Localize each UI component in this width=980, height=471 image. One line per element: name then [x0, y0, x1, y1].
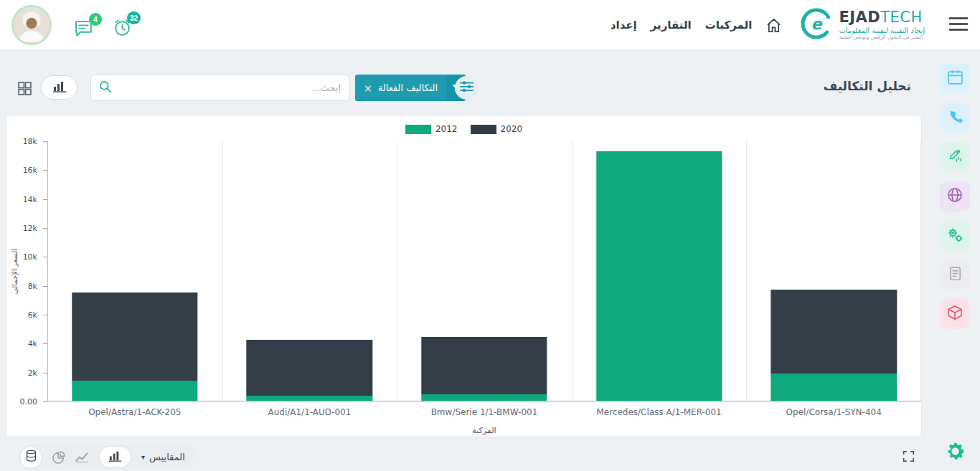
y-tick-label: 16k [23, 166, 37, 175]
chart-view-button[interactable] [41, 75, 77, 100]
bar-chart-icon [108, 450, 122, 464]
stacked-bar [596, 141, 722, 401]
y-tick-label: 0.00 [20, 397, 38, 406]
page-title: تحليل التكاليف [823, 79, 911, 93]
top-nav: إعداد التقارير المركبات e EJADTECH إيجاد… [611, 0, 969, 50]
legend-label: 2020 [501, 124, 523, 134]
y-tick-label: 18k [23, 137, 37, 146]
bar-segment-2012[interactable] [596, 151, 722, 401]
chart-options-button[interactable] [455, 76, 479, 100]
bar-segment-2012[interactable] [771, 374, 897, 401]
gears-icon [947, 227, 963, 245]
user-avatar[interactable] [11, 5, 52, 45]
plot-area [47, 141, 921, 401]
nav-item-reports[interactable]: التقارير [651, 19, 692, 32]
sidebar-item-settings[interactable] [940, 437, 970, 467]
y-tick-mark [43, 401, 47, 402]
car-wash-icon [948, 148, 963, 166]
legend-label: 2012 [435, 124, 458, 134]
y-tick-label: 8k [28, 281, 37, 290]
stacked-bar [72, 141, 197, 401]
package-icon [947, 305, 963, 323]
logo-mark-icon: e [800, 7, 833, 43]
grid-icon [17, 87, 32, 98]
y-tick-label: 14k [23, 194, 37, 204]
search-box [90, 75, 350, 101]
stacked-bar [771, 141, 897, 401]
y-tick-label: 10k [23, 252, 37, 262]
bar-segment-2012[interactable] [72, 381, 197, 401]
legend-item[interactable]: 2012 [405, 124, 458, 134]
legend-swatch [405, 125, 431, 134]
x-axis-label: Audi/A1/1-AUD-001 [222, 407, 397, 417]
alerts-button[interactable]: 32 [113, 18, 132, 39]
chip-remove-icon[interactable]: × [355, 83, 378, 93]
nav-item-settings[interactable]: إعداد [611, 19, 637, 32]
logo-text: EJADTECH إيجاد التقنية لتقنية المعلومات … [839, 9, 925, 41]
globe-icon [947, 187, 963, 206]
home-icon[interactable] [765, 18, 782, 33]
hamburger-menu-icon[interactable] [948, 16, 969, 34]
bar-group [222, 141, 397, 401]
x-axis-label: Opel/Astra/1-ACK-205 [47, 407, 222, 417]
chat-bubble-icon [74, 29, 93, 39]
x-axis-label: Bmw/Serie 1/1-BMW-001 [397, 407, 572, 417]
bar-segment-2020[interactable] [421, 337, 547, 394]
stacked-bar [421, 141, 547, 401]
logo-secondary: TECH [880, 9, 923, 26]
sidebar-item-reports[interactable] [940, 260, 970, 290]
x-axis-title: المركبة [47, 426, 921, 435]
app-logo[interactable]: e EJADTECH إيجاد التقنية لتقنية المعلوما… [800, 7, 925, 43]
table-view-button[interactable] [17, 81, 32, 98]
legend-item[interactable]: 2020 [471, 124, 523, 134]
x-axis-label: Opel/Corsa/1-SYN-404 [746, 407, 921, 417]
fullscreen-icon [903, 454, 915, 465]
x-axis-label: Mercedes/Class A/1-MER-001 [572, 407, 747, 417]
bar-chart-icon [52, 80, 67, 95]
bar-group [397, 141, 572, 401]
sidebar-item-car-wash[interactable] [940, 142, 970, 172]
bar-chart-type-button[interactable] [99, 446, 131, 468]
messages-button[interactable]: 4 [74, 19, 93, 39]
pie-chart-icon [52, 451, 65, 464]
sidebar-item-operations[interactable] [940, 221, 970, 251]
sidebar-item-calendar[interactable] [940, 63, 970, 93]
y-tick-label: 6k [28, 310, 37, 320]
sidebar-item-inventory[interactable] [940, 299, 970, 329]
filter-chip-label: التكاليف الفعالة [378, 82, 446, 93]
logo-subtagline: التميز في التحول الرقمي وتوطين التقنية [839, 35, 925, 41]
sidebar-item-calls[interactable] [940, 103, 970, 133]
chart-card: 20122020 السعر الإجمالي 18k16k14k12k10k8… [6, 115, 922, 437]
bar-segment-2012[interactable] [247, 396, 372, 401]
alerts-badge: 32 [127, 11, 141, 24]
data-table-button[interactable] [19, 446, 42, 469]
chart-type-toolbar: ▾ المقاييس [17, 444, 199, 470]
search-input[interactable] [118, 82, 341, 93]
reports-icon [948, 266, 963, 284]
y-tick-label: 4k [28, 339, 37, 348]
pie-chart-button[interactable] [52, 451, 65, 464]
sidebar-item-network[interactable] [940, 181, 970, 211]
bar-segment-2020[interactable] [771, 290, 897, 374]
y-axis-ticks: 18k16k14k12k10k8k6k4k2k0.00 [6, 141, 43, 401]
calendar-icon [947, 69, 963, 88]
logo-primary: EJAD [839, 9, 880, 26]
bar-segment-2012[interactable] [421, 394, 547, 401]
phone-icon [948, 109, 963, 127]
bar-segment-2020[interactable] [247, 340, 372, 396]
top-bar: 4 32 إعداد التقارير المركبات e [0, 0, 980, 50]
measures-dropdown[interactable]: ▾ المقاييس [141, 452, 185, 462]
line-chart-button[interactable] [75, 452, 89, 462]
bar-segment-2020[interactable] [72, 292, 197, 381]
fullscreen-button[interactable] [903, 450, 915, 465]
filter-chip[interactable]: × التكاليف الفعالة [355, 75, 466, 101]
nav-item-vehicles[interactable]: المركبات [705, 19, 753, 32]
database-icon [25, 449, 37, 465]
chart-legend: 20122020 [6, 124, 921, 134]
x-axis-labels: Opel/Astra/1-ACK-205Audi/A1/1-AUD-001Bmw… [47, 407, 921, 420]
stacked-bar [247, 141, 372, 401]
alarm-clock-icon [113, 29, 132, 39]
measures-label: المقاييس [149, 452, 185, 462]
y-tick-label: 12k [23, 224, 37, 233]
chevron-down-icon: ▾ [141, 453, 145, 461]
